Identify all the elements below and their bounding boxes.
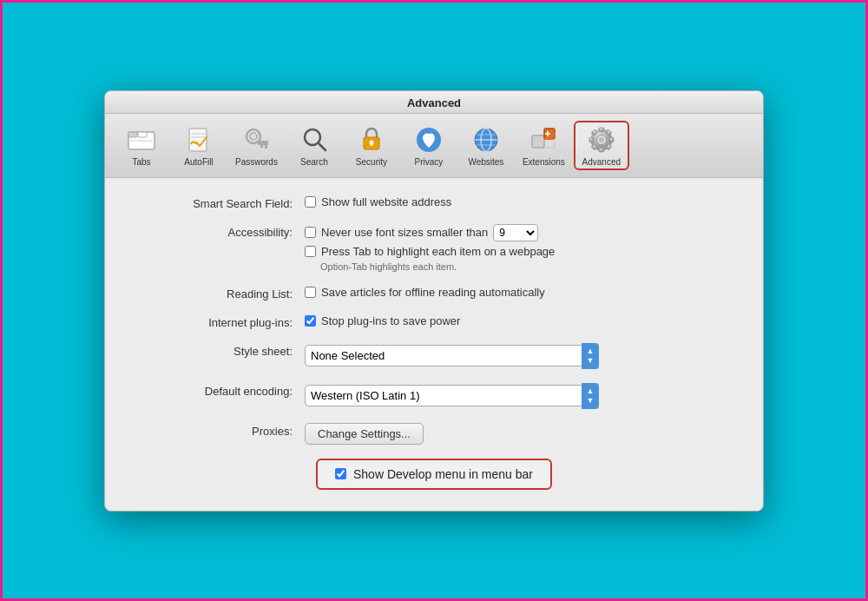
window-title: Advanced — [407, 96, 461, 109]
change-settings-button[interactable]: Change Settings... — [305, 423, 424, 445]
smart-search-row: Smart Search Field: Show full website ad… — [131, 195, 737, 210]
svg-rect-16 — [370, 142, 372, 146]
autofill-icon — [183, 124, 214, 155]
default-encoding-stepper[interactable]: ▲ ▼ — [582, 383, 599, 409]
smart-search-label: Smart Search Field: — [131, 195, 305, 210]
default-encoding-label: Default encoding: — [131, 383, 305, 398]
encoding-stepper-down: ▼ — [587, 397, 595, 405]
svg-point-29 — [599, 137, 604, 142]
toolbar-item-tabs[interactable]: Tabs — [114, 121, 169, 170]
svg-rect-9 — [258, 141, 268, 145]
svg-rect-32 — [589, 137, 594, 142]
security-label: Security — [356, 157, 387, 167]
accessibility-hint: Option-Tab highlights each item. — [320, 261, 737, 272]
press-tab-checkbox[interactable] — [305, 246, 316, 257]
stepper-up-arrow: ▲ — [587, 347, 595, 355]
style-sheet-select[interactable]: None Selected Default Custom... — [305, 345, 582, 367]
save-offline-checkbox[interactable] — [305, 287, 316, 298]
svg-rect-1 — [128, 132, 137, 137]
passwords-label: Passwords — [235, 157, 278, 167]
default-encoding-control: Western (ISO Latin 1) Unicode (UTF-8) We… — [305, 383, 737, 409]
toolbar-item-passwords[interactable]: Passwords — [228, 121, 285, 170]
font-size-row: Never use font sizes smaller than 9 10 1… — [305, 224, 737, 241]
accessibility-row: Accessibility: Never use font sizes smal… — [131, 224, 737, 272]
proxies-control: Change Settings... — [305, 423, 737, 445]
proxies-control-row: Change Settings... — [305, 423, 737, 445]
svg-rect-23 — [532, 135, 544, 148]
internet-plugins-control: Stop plug-ins to save power — [305, 314, 737, 327]
toolbar-item-privacy[interactable]: Privacy — [401, 121, 457, 170]
svg-point-8 — [250, 133, 257, 140]
toolbar-item-autofill[interactable]: AutoFill — [171, 121, 227, 170]
save-offline-row: Save articles for offline reading automa… — [305, 286, 737, 299]
gear-icon — [586, 124, 617, 155]
style-sheet-row: Style sheet: None Selected Default Custo… — [131, 343, 737, 369]
search-icon — [299, 124, 330, 155]
style-sheet-stepper[interactable]: ▲ ▼ — [582, 343, 599, 369]
reading-list-row: Reading List: Save articles for offline … — [131, 286, 737, 300]
style-sheet-select-wrapper: None Selected Default Custom... ▲ ▼ — [305, 343, 737, 369]
tabs-icon — [126, 124, 157, 155]
extensions-label: Extensions — [523, 157, 565, 167]
save-offline-label[interactable]: Save articles for offline reading automa… — [321, 286, 545, 299]
stop-plugins-row: Stop plug-ins to save power — [305, 314, 737, 327]
preferences-window: Advanced Tabs — [104, 90, 764, 512]
show-full-address-checkbox[interactable] — [305, 196, 316, 208]
toolbar-item-search[interactable]: Search — [286, 121, 342, 170]
title-bar: Advanced — [105, 91, 763, 114]
proxies-row: Proxies: Change Settings... — [131, 423, 737, 445]
privacy-icon — [413, 124, 444, 155]
default-encoding-row: Default encoding: Western (ISO Latin 1) … — [131, 383, 737, 409]
press-tab-row: Press Tab to highlight each item on a we… — [305, 245, 737, 258]
toolbar-item-websites[interactable]: Websites — [458, 121, 514, 170]
privacy-label: Privacy — [415, 157, 444, 167]
svg-rect-33 — [609, 137, 614, 142]
smart-search-control: Show full website address — [305, 195, 737, 208]
press-tab-label[interactable]: Press Tab to highlight each item on a we… — [321, 245, 555, 258]
font-size-select[interactable]: 9 10 11 12 — [493, 224, 538, 241]
accessibility-control: Never use font sizes smaller than 9 10 1… — [305, 224, 737, 272]
security-icon — [356, 124, 387, 155]
reading-list-label: Reading List: — [131, 286, 305, 300]
advanced-label: Advanced — [582, 157, 621, 167]
extensions-icon — [528, 124, 559, 155]
default-encoding-select-wrapper: Western (ISO Latin 1) Unicode (UTF-8) We… — [305, 383, 737, 409]
internet-plugins-label: Internet plug-ins: — [131, 314, 305, 329]
develop-menu-box: Show Develop menu in menu bar — [316, 459, 552, 490]
develop-menu-checkbox[interactable] — [335, 468, 346, 479]
websites-icon — [470, 124, 502, 155]
svg-rect-30 — [599, 127, 604, 131]
svg-rect-31 — [599, 148, 604, 152]
svg-line-13 — [319, 143, 326, 150]
svg-rect-10 — [265, 145, 267, 149]
svg-rect-11 — [260, 145, 263, 148]
never-smaller-font-checkbox[interactable] — [305, 227, 316, 238]
toolbar: Tabs AutoFill — [105, 114, 763, 178]
toolbar-item-advanced[interactable]: Advanced — [574, 121, 629, 170]
stop-plugins-checkbox[interactable] — [305, 315, 316, 327]
develop-menu-label[interactable]: Show Develop menu in menu bar — [353, 467, 533, 481]
toolbar-item-security[interactable]: Security — [344, 121, 399, 170]
svg-rect-2 — [138, 132, 147, 137]
develop-menu-row: Show Develop menu in menu bar — [131, 459, 737, 490]
stop-plugins-label[interactable]: Stop plug-ins to save power — [321, 314, 460, 327]
stepper-down-arrow: ▼ — [587, 357, 595, 365]
encoding-stepper-up: ▲ — [587, 387, 595, 395]
proxies-label: Proxies: — [131, 423, 305, 438]
reading-list-control: Save articles for offline reading automa… — [305, 286, 737, 299]
accessibility-label: Accessibility: — [131, 224, 305, 239]
toolbar-item-extensions[interactable]: Extensions — [516, 121, 572, 170]
websites-label: Websites — [468, 157, 503, 167]
internet-plugins-row: Internet plug-ins: Stop plug-ins to save… — [131, 314, 737, 329]
smart-search-control-row: Show full website address — [305, 195, 737, 208]
settings-content: Smart Search Field: Show full website ad… — [105, 178, 763, 511]
style-sheet-control: None Selected Default Custom... ▲ ▼ — [305, 343, 737, 369]
autofill-label: AutoFill — [184, 157, 213, 167]
search-label: Search — [300, 157, 328, 167]
style-sheet-label: Style sheet: — [131, 343, 305, 358]
show-full-address-label[interactable]: Show full website address — [321, 195, 451, 208]
default-encoding-select[interactable]: Western (ISO Latin 1) Unicode (UTF-8) We… — [305, 385, 582, 406]
tabs-label: Tabs — [132, 157, 150, 167]
passwords-icon — [240, 124, 272, 155]
never-smaller-font-label[interactable]: Never use font sizes smaller than — [321, 226, 488, 239]
